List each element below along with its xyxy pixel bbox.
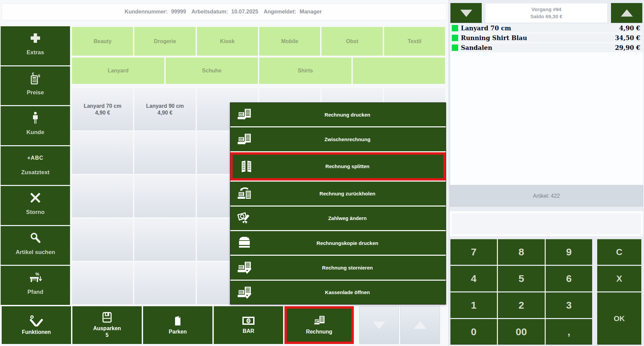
work-date-label: Arbeitsdatum: — [192, 9, 228, 15]
register-document-icon — [235, 133, 254, 146]
key-9[interactable]: 9 — [546, 239, 592, 265]
spacer — [355, 306, 358, 344]
sidebar-item-artikel-suchen[interactable]: Artikel suchen — [1, 226, 70, 265]
split-document-icon — [237, 160, 256, 173]
svg-text:%: % — [35, 272, 39, 277]
svg-text:$: $ — [38, 74, 40, 78]
invoice-menu-popup: Rechnung drucken Zwischenrechnung — [230, 102, 446, 305]
menu-item-zahlweg-aendern[interactable]: Zahlweg ändern — [230, 207, 446, 230]
logged-in-label: Angemeldet: — [264, 9, 296, 15]
menu-item-rechnung-stornieren[interactable]: Rechnung stornieren — [230, 256, 446, 279]
article-count-label: Artikel: 422 — [533, 193, 560, 199]
product-slot-empty[interactable] — [134, 175, 195, 217]
menu-item-zwischenrechnung[interactable]: Zwischenrechnung — [230, 127, 446, 151]
ausparken-button[interactable]: Ausparken 5 — [72, 306, 142, 344]
cart-item-row[interactable]: Sandalen 29,90 € — [450, 43, 643, 53]
cart-scroll-up-button[interactable] — [611, 3, 642, 23]
key-ok[interactable]: OK — [597, 292, 641, 345]
keypad-functions: C X OK — [597, 239, 641, 345]
item-name: Running Shirt Blau — [461, 34, 527, 41]
coin-pencil-icon — [235, 212, 254, 225]
menu-item-label: Zwischenrechnung — [230, 136, 446, 142]
menu-item-rechnung-splitten[interactable]: Rechnung splitten — [230, 152, 446, 181]
key-6[interactable]: 6 — [546, 266, 592, 291]
cart-item-list: Lanyard 70 cm 4,90 € Running Shirt Blau … — [450, 24, 643, 185]
subcategory-shirts[interactable]: Shirts — [259, 58, 351, 84]
key-3[interactable]: 3 — [546, 292, 592, 318]
product-slot-empty[interactable] — [72, 262, 133, 304]
bar-payment-button[interactable]: 0 BAR — [214, 306, 283, 344]
product-lanyard-70cm[interactable]: Lanyard 70 cm 4,90 € — [72, 88, 133, 130]
key-0[interactable]: 0 — [450, 319, 497, 345]
key-00[interactable]: 00 — [498, 319, 544, 345]
product-slot-empty[interactable] — [134, 219, 195, 261]
quantity-display-field[interactable] — [450, 211, 643, 236]
category-beauty[interactable]: Beauty — [72, 27, 133, 56]
rechnung-button[interactable]: Rechnung — [284, 306, 354, 344]
category-mobile[interactable]: Mobile — [259, 27, 320, 56]
key-comma[interactable]: , — [546, 319, 592, 345]
category-kiosk[interactable]: Kiosk — [197, 27, 258, 56]
scroll-down-button-disabled[interactable] — [359, 306, 399, 344]
note-icon — [174, 315, 181, 326]
category-textil[interactable]: Textil — [384, 27, 445, 56]
tools-icon — [30, 315, 43, 326]
sidebar-item-preise[interactable]: € $ Preise — [1, 66, 70, 105]
triangle-down-icon — [371, 320, 387, 330]
bottom-button-label: Rechnung — [306, 329, 332, 335]
register-document-icon — [312, 315, 326, 326]
item-name: Sandalen — [461, 44, 492, 51]
sidebar-item-label: Pfand — [27, 289, 43, 295]
sidebar-item-zusatztext[interactable]: +ABC Zusatztext — [1, 146, 70, 185]
menu-item-label: Rechnung splitten — [233, 163, 443, 169]
svg-text:0: 0 — [247, 319, 249, 323]
key-4[interactable]: 4 — [450, 266, 497, 291]
subcategory-empty[interactable] — [353, 58, 445, 84]
funktionen-button[interactable]: Funktionen — [2, 306, 71, 344]
product-slot-empty[interactable] — [72, 132, 133, 174]
product-slot-empty[interactable] — [72, 175, 133, 217]
key-8[interactable]: 8 — [498, 239, 544, 265]
cart-item-row[interactable]: Lanyard 70 cm 4,90 € — [450, 24, 643, 33]
numeric-keypad: 7 8 9 4 5 6 1 2 3 0 00 , C X OK — [450, 239, 642, 345]
key-2[interactable]: 2 — [498, 292, 544, 318]
cart-panel: Vorgang #94 Saldo 69,30 € Lanyard 70 cm … — [449, 0, 644, 346]
product-lanyard-90cm[interactable]: Lanyard 90 cm 4,90 € — [134, 88, 195, 130]
item-price: 29,90 € — [615, 44, 643, 51]
menu-item-kassenlade-oeffnen[interactable]: Kassenlade öffnen — [230, 281, 446, 304]
key-7[interactable]: 7 — [450, 239, 497, 265]
key-5[interactable]: 5 — [498, 266, 544, 291]
menu-item-label: Rechnung drucken — [230, 112, 446, 118]
menu-item-rechnung-zurueckholen[interactable]: Rechnung zurückholen — [230, 182, 446, 205]
search-icon — [29, 231, 41, 244]
register-check-icon — [235, 286, 254, 299]
person-icon — [30, 112, 40, 124]
svg-text:€: € — [32, 72, 34, 76]
calculator-currency-icon: € $ — [28, 72, 43, 85]
cart-scroll-down-button[interactable] — [450, 3, 482, 23]
key-1[interactable]: 1 — [450, 292, 497, 318]
menu-item-rechnung-drucken[interactable]: Rechnung drucken — [230, 103, 446, 126]
product-slot-empty[interactable] — [134, 132, 195, 174]
key-multiply[interactable]: X — [597, 266, 641, 291]
logged-in-value: Manager — [300, 9, 322, 15]
sidebar-item-label: Artikel suchen — [15, 249, 55, 256]
sidebar-item-storno[interactable]: Storno — [1, 186, 70, 225]
cart-item-row[interactable]: Running Shirt Blau 34,50 € — [450, 33, 643, 43]
item-name: Lanyard 70 cm — [461, 25, 511, 32]
category-obst[interactable]: Obst — [321, 27, 382, 56]
product-slot-empty[interactable] — [72, 219, 133, 261]
category-drogerie[interactable]: Drogerie — [134, 27, 195, 56]
product-price: 4,90 € — [158, 110, 172, 116]
scroll-up-button-disabled[interactable] — [400, 306, 440, 344]
parken-button[interactable]: Parken — [143, 306, 212, 344]
sidebar-item-kunde[interactable]: Kunde — [1, 106, 70, 145]
subcategory-schuhe[interactable]: Schuhe — [166, 58, 258, 84]
key-clear[interactable]: C — [597, 239, 641, 265]
sidebar-item-pfand[interactable]: % Pfand — [1, 266, 70, 305]
sidebar-item-extras[interactable]: Extras — [1, 26, 70, 65]
subcategory-lanyard[interactable]: Lanyard — [72, 58, 164, 84]
product-slot-empty[interactable] — [134, 262, 195, 304]
bottom-button-label: Ausparken — [93, 325, 121, 332]
menu-item-rechnungskopie-drucken[interactable]: Rechnungskopie drucken — [230, 231, 446, 255]
